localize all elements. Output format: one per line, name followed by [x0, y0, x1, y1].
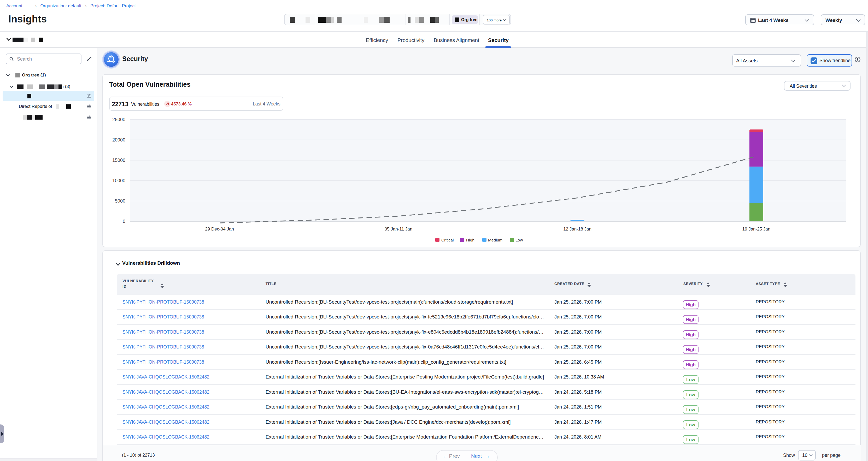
svg-text:29 Dec-04 Jan: 29 Dec-04 Jan — [205, 227, 234, 232]
svg-text:25000: 25000 — [112, 117, 125, 122]
svg-text:10000: 10000 — [112, 178, 125, 183]
svg-text:High: High — [466, 238, 474, 242]
svg-text:15000: 15000 — [112, 158, 125, 163]
svg-text:19 Jan-25 Jan: 19 Jan-25 Jan — [742, 227, 771, 232]
svg-text:12 Jan-18 Jan: 12 Jan-18 Jan — [563, 227, 591, 232]
svg-text:20000: 20000 — [112, 137, 125, 142]
svg-text:Medium: Medium — [488, 238, 502, 242]
svg-text:5000: 5000 — [115, 198, 125, 204]
svg-text:Low: Low — [516, 238, 523, 242]
svg-text:05 Jan-11 Jan: 05 Jan-11 Jan — [385, 227, 412, 232]
svg-text:0: 0 — [123, 219, 125, 224]
svg-text:Critical: Critical — [441, 238, 454, 242]
